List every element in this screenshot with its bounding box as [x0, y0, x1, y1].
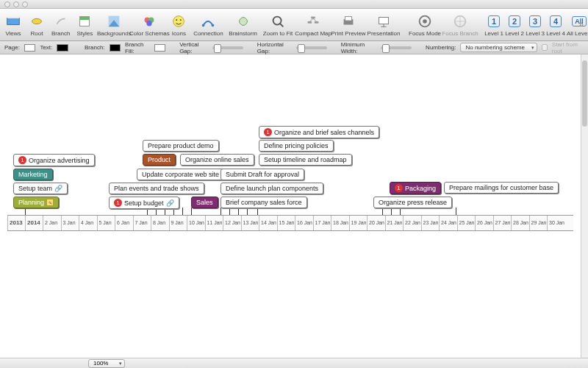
connector	[191, 208, 192, 215]
color-schemas-label: Color Schemas	[129, 30, 170, 37]
presentation-button[interactable]: Presentation	[369, 13, 398, 37]
node-label: Setup timeline and roadmap	[264, 156, 347, 163]
tick-label: 16 Jan	[297, 220, 312, 225]
level-4-button[interactable]: 4Level 4	[548, 13, 563, 37]
hgap-label: Horizontal Gap:	[257, 41, 292, 54]
tick-label: 6 Jan	[117, 220, 129, 225]
node-label: Setup budget	[124, 199, 164, 207]
category-packaging[interactable]: 1 Packaging	[390, 182, 441, 194]
focus-mode-button[interactable]: Focus Mode	[410, 13, 440, 37]
task-brief-sales-force[interactable]: Brief company sales force	[220, 197, 307, 208]
print-preview-label: Print Preview	[331, 30, 365, 37]
color-schemas-button[interactable]: Color Schemas	[135, 13, 164, 37]
task-submit-draft[interactable]: Submit Draft for approval	[220, 169, 304, 180]
vgap-slider[interactable]	[212, 46, 243, 49]
category-planning[interactable]: Planning ✎	[13, 197, 59, 208]
styles-button[interactable]: Styles	[76, 13, 93, 37]
branchfill-color-swatch[interactable]	[154, 44, 166, 52]
level-1-label: Level 1	[484, 30, 503, 37]
level-2-label: Level 2	[505, 30, 524, 37]
task-setup-budget[interactable]: 1 Setup budget 🔗	[109, 197, 179, 209]
level-2-button[interactable]: 2Level 2	[507, 13, 522, 37]
root-label: Root	[31, 30, 43, 37]
ruler-tick: 6 Jan	[115, 216, 115, 230]
sticky-note-icon: ✎	[46, 199, 54, 206]
format-subbar: Page: Text: Branch: Branch Fill: Vertica…	[0, 41, 588, 54]
connection-label: Connection	[193, 30, 223, 37]
tick-label: 3 Jan	[63, 220, 76, 225]
print-preview-button[interactable]: Print Preview	[334, 13, 363, 37]
category-marketing[interactable]: Marketing	[13, 169, 53, 180]
text-color-swatch[interactable]	[57, 44, 68, 52]
page-color-swatch[interactable]	[24, 44, 36, 52]
tick-label: 15 Jan	[279, 220, 295, 225]
priority-badge: 1	[18, 156, 26, 164]
branch-button[interactable]: Branch	[51, 13, 70, 37]
toolbar-overflow-icon[interactable]: »	[578, 19, 584, 29]
compact-map-button[interactable]: Compact Map	[298, 13, 328, 37]
start-from-root-checkbox[interactable]	[542, 44, 548, 51]
task-define-launch-components[interactable]: Define launch plan components	[220, 183, 323, 194]
status-bar: 100%	[0, 358, 588, 368]
level-3-button[interactable]: 3Level 3	[528, 13, 542, 37]
branchfill-label: Branch Fill:	[125, 41, 150, 54]
ruler-tick: 17 Jan	[313, 216, 314, 230]
category-product[interactable]: Product	[143, 154, 176, 166]
task-organize-brief-channels[interactable]: 1 Organize and brief sales channels	[259, 126, 379, 138]
branch-color-swatch[interactable]	[110, 44, 121, 52]
node-label: Submit Draft for approval	[226, 171, 299, 178]
level-3-label: Level 3	[526, 30, 545, 37]
tick-label: 21 Jan	[387, 220, 403, 225]
svg-rect-21	[379, 18, 389, 24]
node-label: Define pricing policies	[264, 142, 329, 149]
ruler-tick: 4 Jan	[79, 216, 79, 230]
tick-label: 10 Jan	[189, 220, 204, 225]
connection-button[interactable]: Connection	[193, 13, 223, 37]
minimize-button[interactable]	[13, 1, 19, 7]
timeline-ruler: 2013 2014 2 Jan3 Jan4 Jan5 Jan6 Jan7 Jan…	[7, 215, 573, 231]
task-setup-team[interactable]: Setup team 🔗	[13, 183, 68, 194]
ruler-tick: 20 Jan	[367, 216, 368, 230]
attachment-icon: 🔗	[166, 199, 174, 207]
minw-slider[interactable]	[381, 46, 412, 49]
level-1-button[interactable]: 1Level 1	[487, 13, 501, 37]
icons-button[interactable]: Icons	[170, 13, 187, 37]
tick-label: 2014	[27, 219, 40, 226]
node-label: Sales	[196, 199, 213, 206]
ruler-tick: 18 Jan	[331, 216, 331, 230]
vertical-scrollbar[interactable]	[581, 54, 588, 358]
vgap-label: Vertical Gap:	[179, 41, 208, 54]
task-organize-press-release[interactable]: Organize press release	[373, 197, 452, 208]
svg-point-12	[202, 24, 205, 27]
category-sales[interactable]: Sales	[191, 197, 218, 208]
close-button[interactable]	[4, 1, 10, 7]
task-setup-timeline-roadmap[interactable]: Setup timeline and roadmap	[259, 154, 352, 166]
backgrounds-button[interactable]: Backgrounds	[99, 13, 129, 37]
task-define-pricing[interactable]: Define pricing policies	[259, 140, 334, 152]
task-plan-events[interactable]: Plan events and trade shows	[109, 183, 204, 194]
task-update-website[interactable]: Update corporate web site	[137, 169, 224, 180]
zoom-to-fit-button[interactable]: Zoom to Fit	[263, 13, 293, 37]
views-button[interactable]: Views	[4, 13, 22, 37]
task-organize-online-sales[interactable]: Organize online sales	[180, 154, 254, 166]
zoom-button[interactable]	[22, 1, 28, 7]
brainstorm-button[interactable]: Brainstorm	[229, 13, 257, 37]
task-organize-advertising[interactable]: 1 Organize advertising	[13, 154, 95, 166]
task-prepare-demo[interactable]: Prepare product demo	[143, 140, 219, 152]
root-button[interactable]: Root	[28, 13, 46, 37]
focus-branch-button[interactable]: Focus Branch	[445, 13, 475, 37]
svg-rect-16	[311, 17, 315, 19]
task-prepare-mailings[interactable]: Prepare mailings for customer base	[444, 182, 559, 194]
svg-rect-18	[315, 21, 319, 24]
zoom-dropdown[interactable]: 100%	[88, 359, 125, 368]
svg-rect-20	[345, 17, 351, 21]
tick-label: 25 Jan	[459, 220, 475, 225]
node-label: Organize and brief sales channels	[274, 129, 374, 136]
tick-label: 17 Jan	[315, 220, 331, 225]
ruler-tick: 25 Jan	[457, 216, 458, 230]
hgap-slider[interactable]	[296, 46, 327, 49]
map-canvas[interactable]: 2013 2014 2 Jan3 Jan4 Jan5 Jan6 Jan7 Jan…	[0, 54, 581, 358]
tick-label: 8 Jan	[153, 220, 165, 225]
scrollbar-thumb[interactable]	[582, 60, 587, 127]
numbering-scheme-dropdown[interactable]: No numbering scheme	[460, 43, 537, 52]
